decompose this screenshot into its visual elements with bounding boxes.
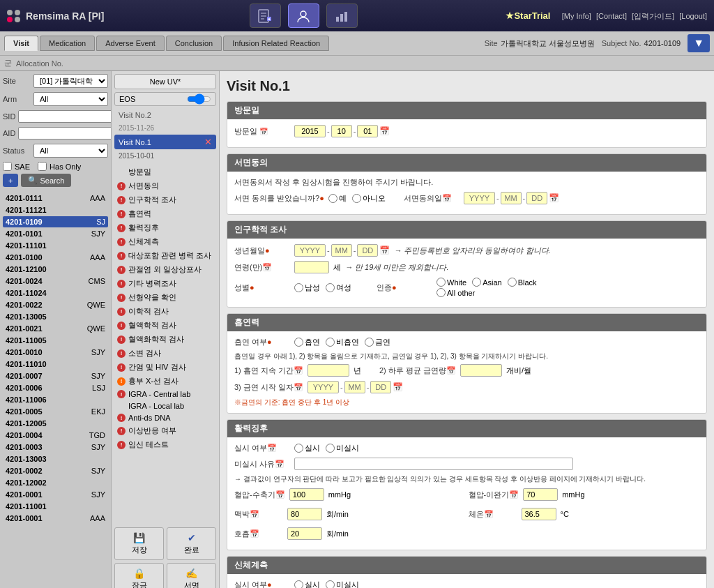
vitals-performed-yes[interactable]: 실시 xyxy=(294,443,320,453)
save-action-btn[interactable]: 💾 저장 xyxy=(114,527,164,560)
patient-item[interactable]: 4201-0021QWE xyxy=(3,323,108,334)
search-button[interactable]: 🔍 Search xyxy=(21,174,71,187)
myinfo-link[interactable]: [My Info] xyxy=(562,12,591,20)
patient-item[interactable]: 4201-12005 xyxy=(3,418,108,429)
nav-tree-item-daily[interactable]: ! 관절염 외 일상상포사 xyxy=(114,263,216,276)
complete-action-btn[interactable]: ✔ 완료 xyxy=(167,527,216,560)
tab-conclusion[interactable]: Conclusion xyxy=(166,36,222,51)
patient-item[interactable]: 4201-0022QWE xyxy=(3,299,108,310)
consent-no-option[interactable]: 아니오 xyxy=(352,193,386,204)
race-other-option[interactable]: All other xyxy=(436,288,475,297)
nav-tree-item-smoking[interactable]: ! 흡연력 xyxy=(114,207,216,220)
patient-item[interactable]: 4201-0004TGD xyxy=(3,430,108,441)
site-select[interactable]: [01] 가톨릭대학 xyxy=(33,74,108,88)
nav-tree-item-blood-chem[interactable]: ! 혈액화학적 검사 xyxy=(114,333,216,346)
smoking-calendar-icon[interactable]: 📅 xyxy=(393,382,403,392)
consent-day-input[interactable] xyxy=(526,192,547,204)
guide-link[interactable]: [입력가이드] xyxy=(632,12,674,20)
nav-tree-item-consent[interactable]: ! 서면동의 xyxy=(114,179,216,193)
smoking-day-input[interactable] xyxy=(370,381,391,393)
nav-tree-item-drugs[interactable]: ! 선형약을 확인 xyxy=(114,291,216,304)
form-icon-btn[interactable] xyxy=(250,3,281,28)
patient-item[interactable]: 4201-12002 xyxy=(3,477,108,488)
dob-calendar-icon[interactable]: 📅 xyxy=(379,246,390,255)
tab-visit[interactable]: Visit xyxy=(4,36,38,51)
logout-link[interactable]: [Logout] xyxy=(679,12,707,20)
nav-tree-item-igra-central[interactable]: ! IGRA - Central lab xyxy=(114,389,216,400)
race-asian-option[interactable]: Asian xyxy=(472,278,502,287)
lock-action-btn[interactable]: 🔒 잠금 xyxy=(114,563,164,588)
new-uv-button[interactable]: New UV* xyxy=(114,74,216,89)
age-input[interactable] xyxy=(294,261,329,273)
dob-year-input[interactable] xyxy=(294,244,326,257)
smoking-month-input[interactable] xyxy=(344,381,365,393)
eos-item[interactable]: EOS xyxy=(114,92,216,106)
patient-item[interactable]: 4201-0111AAA xyxy=(3,193,108,204)
body-performed-yes[interactable]: 실시 xyxy=(294,580,320,588)
patient-item[interactable]: 4201-11101 xyxy=(3,240,108,251)
arm-select[interactable]: All xyxy=(33,92,108,106)
patient-item[interactable]: 4201-0005EKJ xyxy=(3,406,108,417)
smoking-duration-input[interactable] xyxy=(307,364,349,377)
has-only-checkbox[interactable] xyxy=(38,162,47,171)
consent-calendar-icon[interactable]: 📅 xyxy=(549,193,559,203)
nav-tree-item-demographics[interactable]: ! 인구학적 조사 xyxy=(114,193,216,206)
nav-tree-item-hepatitis[interactable]: ! 간염 및 HIV 검사 xyxy=(114,361,216,374)
nav-tree-item-hematology[interactable]: ! 혈액학적 검사 xyxy=(114,319,216,332)
patient-item[interactable]: 4201-0024CMS xyxy=(3,276,108,287)
nav-tree-item-pregnancy[interactable]: ! 임신 테스트 xyxy=(114,438,216,451)
visit-no2-item[interactable]: Visit No.2 xyxy=(114,109,216,121)
month-input[interactable] xyxy=(331,125,352,137)
user-icon-btn[interactable] xyxy=(288,3,319,28)
consent-yes-option[interactable]: 예 xyxy=(328,193,347,204)
patient-item[interactable]: 4201-11001 xyxy=(3,501,108,512)
pulse-input[interactable] xyxy=(287,508,322,520)
temp-input[interactable] xyxy=(522,508,556,520)
resp-input[interactable] xyxy=(287,527,322,540)
nav-tree-item-physical[interactable]: ! 이학적 검사 xyxy=(114,305,216,318)
bp-diastolic-input[interactable] xyxy=(523,488,558,501)
patient-item[interactable]: 4201-0006LSJ xyxy=(3,382,108,393)
patient-item[interactable]: 4201-0100AAA xyxy=(3,252,108,263)
nav-tree-item-body[interactable]: ! 신체계측 xyxy=(114,235,216,248)
race-black-option[interactable]: Black xyxy=(508,278,537,287)
patient-item-selected[interactable]: 4201-0109SJ xyxy=(3,216,108,227)
dob-day-input[interactable] xyxy=(357,244,378,257)
contact-link[interactable]: [Contact] xyxy=(596,12,627,20)
visit-no1-item[interactable]: Visit No.1 ✕ xyxy=(114,135,216,149)
vitals-not-done-input[interactable] xyxy=(294,458,573,470)
nav-tree-item-history[interactable]: ! 대상포함 관련 병력 조사 xyxy=(114,249,216,262)
patient-item[interactable]: 4201-12100 xyxy=(3,264,108,275)
patient-item[interactable]: 4201-0001AAA xyxy=(3,513,108,524)
patient-item[interactable]: 4201-13003 xyxy=(3,453,108,465)
nav-tree-item-urine[interactable]: ! 소변 검사 xyxy=(114,347,216,360)
daily-smoking-input[interactable] xyxy=(460,364,502,377)
nav-tree-item-vitals[interactable]: ! 활력징후 xyxy=(114,221,216,234)
patient-item[interactable]: 4201-0003SJY xyxy=(3,442,108,453)
nav-tree-item-adverse[interactable]: ! 이상반응 여부 xyxy=(114,424,216,437)
patient-item[interactable]: 4201-11121 xyxy=(3,204,108,216)
calendar-icon[interactable]: 📅 xyxy=(379,126,390,136)
race-white-option[interactable]: White xyxy=(436,278,466,287)
patient-item[interactable]: 4201-0101SJY xyxy=(3,228,108,239)
add-patient-button[interactable]: + xyxy=(3,174,18,187)
patient-item[interactable]: 4201-0002SJY xyxy=(3,465,108,476)
bp-systolic-input[interactable] xyxy=(289,488,324,501)
smoking-non-smoker[interactable]: 비흡연 xyxy=(326,337,359,347)
chart-icon-btn[interactable] xyxy=(326,3,358,28)
patient-item[interactable]: 4201-0010SJY xyxy=(3,347,108,358)
patient-item[interactable]: 4201-0001SJY xyxy=(3,489,108,500)
patient-item[interactable]: 4201-11010 xyxy=(3,359,108,370)
smoking-smoker[interactable]: 흡연 xyxy=(294,337,320,347)
dropdown-button[interactable]: ▼ xyxy=(688,34,710,52)
sign-action-btn[interactable]: ✍ 서명 xyxy=(167,563,216,588)
eos-toggle[interactable] xyxy=(187,95,211,103)
patient-item[interactable]: 4201-11006 xyxy=(3,394,108,405)
tab-infusion[interactable]: Infusion Related Reaction xyxy=(223,36,329,51)
nav-tree-item-igra-local[interactable]: IGRA - Local lab xyxy=(114,400,216,412)
nav-tree-item-other-history[interactable]: ! 기타 병력조사 xyxy=(114,277,216,290)
consent-month-input[interactable] xyxy=(501,192,522,204)
patient-item[interactable]: 4201-13005 xyxy=(3,311,108,322)
vitals-performed-no[interactable]: 미실시 xyxy=(326,443,359,453)
consent-year-input[interactable] xyxy=(464,192,495,204)
